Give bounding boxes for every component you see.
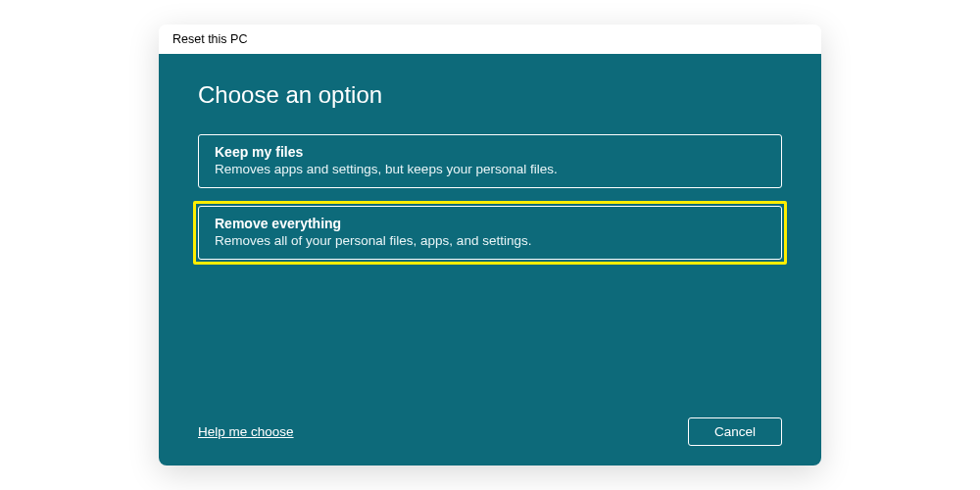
option-title: Remove everything — [215, 216, 765, 231]
cancel-button[interactable]: Cancel — [688, 417, 782, 446]
page-heading: Choose an option — [198, 81, 782, 109]
help-me-choose-link[interactable]: Help me choose — [198, 424, 294, 439]
option-title: Keep my files — [215, 144, 765, 160]
remove-everything-option[interactable]: Remove everything Removes all of your pe… — [198, 206, 782, 260]
options-list: Keep my files Removes apps and settings,… — [198, 134, 782, 260]
dialog-footer: Help me choose Cancel — [198, 402, 782, 446]
option-description: Removes apps and settings, but keeps you… — [215, 162, 765, 176]
window-title: Reset this PC — [159, 24, 821, 54]
reset-pc-dialog: Reset this PC Choose an option Keep my f… — [159, 24, 821, 466]
keep-my-files-option[interactable]: Keep my files Removes apps and settings,… — [198, 134, 782, 188]
dialog-content: Choose an option Keep my files Removes a… — [159, 54, 821, 466]
option-description: Removes all of your personal files, apps… — [215, 233, 765, 248]
